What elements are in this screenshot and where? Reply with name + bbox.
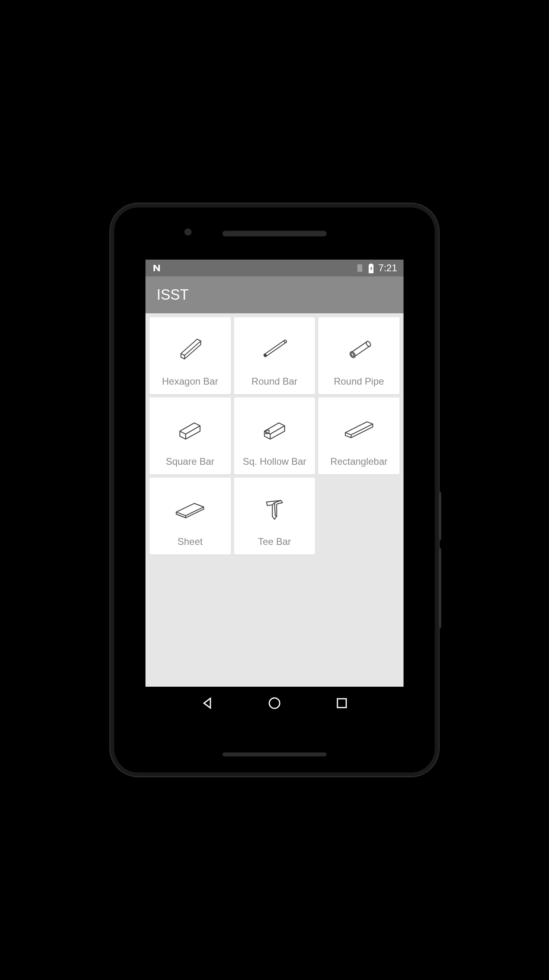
status-right: 7:21 — [356, 262, 397, 274]
app-title: ISST — [157, 286, 189, 303]
home-button[interactable] — [267, 696, 282, 710]
tile-hexagon-bar[interactable]: Hexagon Bar — [149, 317, 231, 394]
side-button-2 — [439, 548, 441, 628]
content-grid: Hexagon Bar Round Bar — [145, 313, 404, 559]
tile-label: Sq. Hollow Bar — [243, 456, 307, 467]
tile-sheet[interactable]: Sheet — [149, 478, 231, 555]
sq-hollow-bar-icon — [237, 405, 312, 452]
tile-square-bar[interactable]: Square Bar — [149, 397, 231, 474]
round-bar-icon — [237, 325, 312, 372]
camera-dot — [184, 228, 192, 236]
square-bar-icon — [153, 405, 228, 452]
tile-round-pipe[interactable]: Round Pipe — [318, 317, 400, 394]
no-sim-icon — [356, 264, 364, 272]
phone-frame: 7:21 ISST Hexagon Bar — [110, 204, 439, 776]
svg-point-2 — [365, 341, 371, 347]
svg-point-0 — [284, 339, 287, 343]
bottom-speaker — [222, 752, 327, 756]
sheet-icon — [153, 485, 228, 532]
app-bar: ISST — [145, 276, 404, 313]
tile-round-bar[interactable]: Round Bar — [234, 317, 315, 394]
svg-rect-7 — [337, 699, 346, 708]
svg-point-6 — [269, 698, 280, 708]
status-bar: 7:21 — [145, 260, 404, 276]
tile-tee-bar[interactable]: Tee Bar — [234, 478, 315, 555]
status-clock: 7:21 — [378, 262, 397, 274]
top-bezel — [114, 208, 435, 260]
svg-point-1 — [263, 354, 267, 357]
recent-apps-button[interactable] — [335, 696, 349, 710]
hexagon-bar-icon — [153, 325, 228, 372]
side-button — [439, 492, 441, 540]
android-n-icon — [152, 263, 161, 273]
tile-label: Tee Bar — [258, 536, 291, 547]
phone-inner: 7:21 ISST Hexagon Bar — [114, 208, 435, 772]
rectangle-bar-icon — [321, 405, 396, 452]
tile-sq-hollow-bar[interactable]: Sq. Hollow Bar — [234, 397, 315, 474]
back-button[interactable] — [200, 696, 214, 710]
tile-rectangle-bar[interactable]: Rectanglebar — [318, 397, 400, 474]
tile-label: Round Pipe — [334, 376, 384, 387]
navigation-bar — [145, 687, 404, 720]
tee-bar-icon — [237, 485, 312, 532]
tile-label: Round Bar — [252, 376, 298, 387]
speaker-grille — [222, 231, 327, 236]
svg-point-3 — [349, 351, 356, 358]
tile-label: Rectanglebar — [330, 456, 388, 467]
round-pipe-icon — [321, 325, 396, 372]
battery-charging-icon — [368, 264, 374, 272]
tile-label: Sheet — [178, 536, 203, 547]
tile-label: Square Bar — [166, 456, 214, 467]
tile-label: Hexagon Bar — [162, 376, 218, 387]
status-left — [152, 263, 161, 273]
screen: 7:21 ISST Hexagon Bar — [145, 260, 404, 720]
